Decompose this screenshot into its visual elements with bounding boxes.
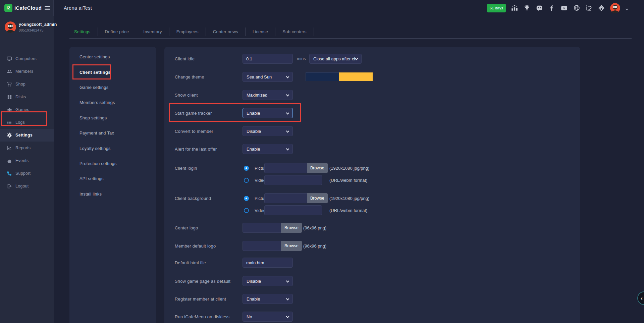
convert-to-member-label: Convert to member [175,129,213,134]
sidebar-item-disks[interactable]: Disks [0,91,54,103]
client-login-picture-hint: (1920x1080 jpg/png) [329,166,369,171]
sidebar-item-label: Disks [15,95,26,99]
select-value: Disable [247,129,261,134]
alert-last-offer-select[interactable]: Enable [243,144,293,154]
sidebar-item-logout[interactable]: Logout [0,180,54,193]
globe-icon[interactable] [573,4,580,12]
client-background-video-input[interactable] [264,205,322,215]
chevron-down-icon [286,111,289,115]
facebook-icon[interactable] [548,4,555,12]
trial-days-badge[interactable]: 61 days [487,4,506,12]
client-login-picture-radio[interactable] [244,166,249,171]
submenu-center-settings[interactable]: Center settings [69,49,156,64]
theme-swatch-navy [306,72,339,81]
trophy-icon[interactable] [523,4,531,12]
sidebar-item-reports[interactable]: Reports [0,142,54,154]
client-login-video-hint: (URL/webm format) [329,178,367,183]
youtube-icon[interactable] [560,4,568,12]
client-idle-action-select[interactable]: Close all apps after ch [309,54,362,64]
show-client-label: Show client [175,93,198,98]
submenu-shop-settings[interactable]: Shop settings [69,110,156,125]
submenu-api-settings[interactable]: API settings [69,171,156,186]
select-value: Enable [247,111,260,116]
show-game-page-select[interactable]: Disable [243,276,293,286]
header-actions: 61 days [487,3,644,13]
show-client-select[interactable]: Maximized [243,90,293,100]
collapse-panel-button[interactable]: ‹ [637,291,644,305]
sidebar-item-events[interactable]: Events [0,154,54,167]
client-idle-input[interactable] [243,54,293,64]
submenu-client-settings[interactable]: Client settings [69,64,156,79]
center-logo-browse-button[interactable]: Browse [281,223,302,233]
tab-license[interactable]: License [246,29,275,34]
client-login-video-input[interactable] [264,175,322,185]
client-background-picture-browse-button[interactable]: Browse [307,193,328,203]
ranking-icon[interactable] [511,4,518,12]
show-game-page-label: Show game page as default [175,279,230,284]
tab-sub-centers[interactable]: Sub centers [275,29,314,34]
client-background-video-radio[interactable] [244,208,249,213]
discord-icon[interactable] [536,4,543,12]
client-login-picture-input[interactable] [264,163,307,173]
client-background-picture-radio[interactable] [244,196,249,201]
sidebar-nav: Computers Members Shop [0,52,54,193]
sidebar-item-shop[interactable]: Shop [0,78,54,91]
convert-to-member-select[interactable]: Disable [243,126,293,136]
client-login-video-radio[interactable] [244,178,249,183]
chevron-down-icon[interactable] [625,6,629,10]
username: youngzsoft_admin [19,22,57,27]
run-icafemenu-select[interactable]: No [243,312,293,322]
theme-swatch-yellow [339,72,373,81]
client-background-picture-input[interactable] [264,193,307,203]
client-login-picture-browse-button[interactable]: Browse [307,163,328,173]
select-value: Maximized [247,93,267,98]
hamburger-menu-icon[interactable] [45,6,50,10]
list-icon [7,120,12,125]
tab-settings[interactable]: Settings [69,29,98,34]
user-id: 005193482475 [19,28,57,32]
member-default-logo-browse-button[interactable]: Browse [281,241,302,251]
sidebar-item-label: Logs [15,120,25,125]
icafecloud-logo-icon: i2 [4,4,12,12]
submenu-game-settings[interactable]: Game settings [69,80,156,95]
sidebar-item-label: Settings [15,133,33,138]
gear-icon [7,132,12,138]
sidebar-item-computers[interactable]: Computers [0,52,54,65]
change-theme-select[interactable]: Sea and Sun [243,72,293,82]
sidebar-item-label: Reports [15,146,31,150]
submenu-members-settings[interactable]: Members settings [69,95,156,110]
default-html-file-label: Default html file [175,260,206,265]
icafecloud-glyph-icon[interactable] [585,4,593,12]
sidebar-item-games[interactable]: Games [0,103,54,116]
user-avatar[interactable] [5,21,16,33]
user-block: youngzsoft_admin 005193482475 [0,16,54,33]
start-game-tracker-select[interactable]: Enable [243,108,293,118]
submenu-loyalty-settings[interactable]: Loyalty settings [69,141,156,156]
sidebar-item-support[interactable]: Support [0,167,54,180]
youngzsoft-logo-icon[interactable] [598,4,605,12]
tab-center-news[interactable]: Center news [206,29,245,34]
member-default-logo-input[interactable] [243,241,281,251]
select-value: Enable [247,147,260,152]
sidebar-item-label: Shop [15,82,25,87]
submenu-protection-settings[interactable]: Protection settings [69,156,156,171]
select-value: No [247,314,252,319]
tab-separator [314,28,314,36]
avatar[interactable] [610,3,620,13]
submenu-install-links[interactable]: Install links [69,186,156,202]
sidebar-item-logs[interactable]: Logs [0,116,54,129]
alert-last-offer-label: Alert for the last offer [175,147,217,152]
tab-define-price[interactable]: Define price [98,29,136,34]
center-logo-input[interactable] [243,223,281,233]
tab-inventory[interactable]: Inventory [136,29,169,34]
sidebar-item-settings[interactable]: Settings [0,129,54,142]
tab-employees[interactable]: Employees [169,29,206,34]
chart-icon [7,145,12,151]
center-logo-hint: (96x96 png) [303,225,326,230]
settings-submenu: Center settings Client settings Game set… [69,47,156,323]
register-member-select[interactable]: Enable [243,294,293,304]
default-html-file-input[interactable] [243,258,293,268]
member-default-logo-hint: (96x96 png) [303,244,326,249]
submenu-payment-and-tax[interactable]: Payment and Tax [69,125,156,141]
sidebar-item-members[interactable]: Members [0,65,54,78]
